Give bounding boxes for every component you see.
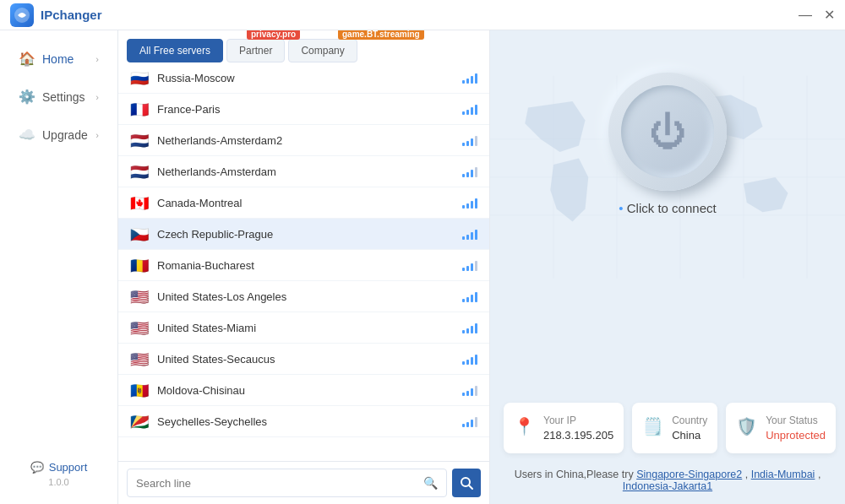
server-name: France-Paris xyxy=(157,103,462,116)
server-list-item[interactable]: 🇲🇩Moldova-Chisinau xyxy=(118,375,489,406)
signal-bars xyxy=(462,165,477,177)
search-input[interactable] xyxy=(136,477,418,490)
support-button[interactable]: 💬 Support xyxy=(14,461,104,474)
power-button-wrap: ⏻ • Click to connect xyxy=(608,73,727,215)
server-list-item[interactable]: 🇷🇴Romania-Bucharest xyxy=(118,250,489,281)
version-label: 1.0.0 xyxy=(14,477,104,487)
status-card: 🛡️ Your Status Unprotected xyxy=(726,403,836,453)
tab-all-free[interactable]: All Free servers xyxy=(127,39,223,62)
power-icon: ⏻ xyxy=(649,111,686,153)
sidebar-item-settings-label: Settings xyxy=(42,90,85,104)
support-label: Support xyxy=(49,461,88,474)
server-list-item[interactable]: 🇨🇦Canada-Montreal xyxy=(118,187,489,219)
search-input-wrap: 🔍 xyxy=(127,469,447,497)
home-icon: 🏠 xyxy=(19,51,35,67)
svg-line-2 xyxy=(469,485,472,489)
server-list-item[interactable]: 🇺🇸United States-Secaucus xyxy=(118,344,489,375)
server-list-item[interactable]: 🇳🇱Netherlands-Amsterdam2 xyxy=(118,125,489,156)
sidebar-item-home-label: Home xyxy=(42,52,74,66)
server-list: 🇷🇺Russia-Moscow🇫🇷France-Paris🇳🇱Netherlan… xyxy=(118,62,489,461)
upgrade-icon: ☁️ xyxy=(19,127,35,143)
flag-icon: 🇨🇦 xyxy=(130,196,149,209)
title-bar-left: IPchanger xyxy=(10,3,102,27)
flag-icon: 🇳🇱 xyxy=(130,133,149,147)
signal-bars xyxy=(462,259,477,271)
signal-bars xyxy=(462,290,477,302)
tab-partner[interactable]: Partner xyxy=(226,39,285,62)
signal-bars xyxy=(462,197,477,209)
power-button[interactable]: ⏻ xyxy=(608,73,727,191)
title-bar: IPchanger — ✕ xyxy=(0,0,845,30)
tabs-area: privacy.pro game.BT.streaming All Free s… xyxy=(118,30,489,62)
server-name: Moldova-Chisinau xyxy=(157,384,462,397)
flag-icon: 🇲🇩 xyxy=(130,383,149,397)
close-button[interactable]: ✕ xyxy=(824,8,835,22)
settings-icon: ⚙️ xyxy=(19,89,35,105)
tab-company[interactable]: Company xyxy=(288,39,357,62)
sidebar-item-home[interactable]: 🏠 Home › xyxy=(5,41,112,77)
server-name: United States-Secaucus xyxy=(157,353,462,366)
signal-bars xyxy=(462,322,477,333)
server-list-item[interactable]: 🇨🇿Czech Republic-Prague xyxy=(118,219,489,250)
sidebar-item-upgrade[interactable]: ☁️ Upgrade › xyxy=(5,117,112,153)
separator1: , xyxy=(745,469,751,480)
dot-icon: • xyxy=(619,201,626,215)
indonesia-link[interactable]: Indonesia-Jakarta1 xyxy=(623,480,712,492)
signal-bars xyxy=(462,103,477,115)
support-icon: 💬 xyxy=(30,461,44,474)
flag-icon: 🇸🇨 xyxy=(130,415,149,428)
info-cards: 📍 Your IP 218.3.195.205 🗒️ Country China… xyxy=(490,403,845,453)
title-bar-controls: — ✕ xyxy=(799,8,835,22)
server-name: Netherlands-Amsterdam xyxy=(157,165,462,178)
server-list-item[interactable]: 🇷🇺Russia-Moscow xyxy=(118,62,489,94)
china-notice: Users in China,Please try Singapore-Sing… xyxy=(490,469,845,492)
app-title: IPchanger xyxy=(41,8,102,22)
your-ip-value: 218.3.195.205 xyxy=(543,429,613,442)
location-pin-icon: 📍 xyxy=(514,416,535,436)
signal-bars xyxy=(462,384,477,396)
search-icon: 🔍 xyxy=(423,476,438,490)
ip-card: 📍 Your IP 218.3.195.205 xyxy=(504,403,624,453)
your-ip-label: Your IP xyxy=(543,415,613,426)
flag-icon: 🇫🇷 xyxy=(130,102,149,116)
search-button[interactable] xyxy=(452,469,481,497)
server-name: Romania-Bucharest xyxy=(157,259,462,272)
server-list-item[interactable]: 🇺🇸United States-Los Angeles xyxy=(118,281,489,312)
server-list-item[interactable]: 🇸🇨Seychelles-Seychelles xyxy=(118,406,489,437)
sidebar-bottom: 💬 Support 1.0.0 xyxy=(0,453,117,496)
chevron-right-icon-upgrade: › xyxy=(95,130,99,140)
sidebar-item-settings[interactable]: ⚙️ Settings › xyxy=(5,79,112,115)
server-list-item[interactable]: 🇺🇸United States-Miami xyxy=(118,312,489,344)
signal-bars xyxy=(462,228,477,240)
separator2: , xyxy=(818,469,820,480)
country-value: China xyxy=(672,429,707,442)
server-name: United States-Miami xyxy=(157,322,462,334)
flag-icon: 🇨🇿 xyxy=(130,227,149,241)
signal-bars xyxy=(462,134,477,146)
china-notice-text: Users in China,Please try xyxy=(515,469,634,480)
minimize-button[interactable]: — xyxy=(799,8,812,22)
status-label: Your Status xyxy=(766,415,826,426)
connect-label: • Click to connect xyxy=(619,201,716,215)
flag-icon: 🇳🇱 xyxy=(130,165,149,178)
server-list-item[interactable]: 🇳🇱Netherlands-Amsterdam xyxy=(118,156,489,187)
flag-icon: 🇷🇺 xyxy=(130,71,149,84)
main-content: privacy.pro game.BT.streaming All Free s… xyxy=(118,30,845,504)
server-panel: privacy.pro game.BT.streaming All Free s… xyxy=(118,30,490,504)
right-panel: ⏻ • Click to connect 📍 Your IP 218.3.195… xyxy=(490,30,845,504)
signal-bars xyxy=(462,353,477,365)
sidebar: 🏠 Home › ⚙️ Settings › ☁️ Upgrade › 💬 Su… xyxy=(0,30,118,504)
singapore-link[interactable]: Singapore-Singapore2 xyxy=(636,469,742,480)
server-name: Netherlands-Amsterdam2 xyxy=(157,134,462,147)
india-link[interactable]: India-Mumbai xyxy=(751,469,815,480)
status-value: Unprotected xyxy=(766,429,826,442)
chevron-right-icon-settings: › xyxy=(95,92,99,102)
shield-icon: 🛡️ xyxy=(736,416,757,436)
country-card: 🗒️ Country China xyxy=(632,403,717,453)
flag-icon: 🇺🇸 xyxy=(130,290,149,303)
sidebar-item-upgrade-label: Upgrade xyxy=(42,128,88,142)
flag-icon: 🇺🇸 xyxy=(130,321,149,334)
server-list-item[interactable]: 🇫🇷France-Paris xyxy=(118,94,489,125)
server-name: United States-Los Angeles xyxy=(157,290,462,303)
search-btn-icon xyxy=(459,475,474,490)
